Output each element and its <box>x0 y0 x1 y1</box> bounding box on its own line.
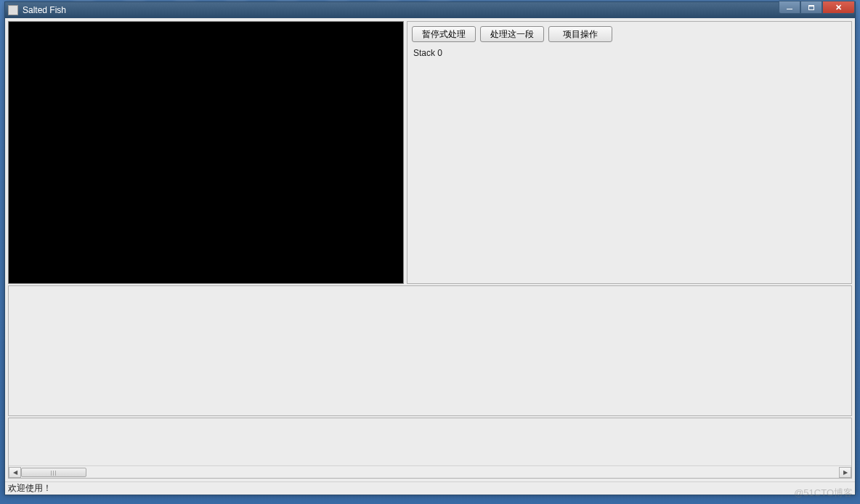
bottom-content <box>9 418 851 466</box>
toolbar: 暂停式处理 处理这一段 项目操作 <box>407 22 851 45</box>
titlebar[interactable]: Salted Fish ✕ <box>5 2 855 18</box>
status-text: 欢迎使用！ <box>8 482 52 495</box>
project-operations-button[interactable]: 项目操作 <box>548 26 612 42</box>
minimize-button[interactable] <box>779 1 800 14</box>
bottom-panel: ◀ ||| ▶ <box>8 418 852 479</box>
pause-process-button[interactable]: 暂停式处理 <box>412 26 476 42</box>
window-title: Salted Fish <box>23 5 852 15</box>
app-window: Salted Fish ✕ 暂停式处理 处理这一段 项目操作 Stack 0 <box>4 1 856 495</box>
scroll-left-button[interactable]: ◀ <box>9 467 21 478</box>
stack-label: Stack 0 <box>413 48 442 58</box>
minimize-icon <box>787 9 792 10</box>
horizontal-scrollbar: ◀ ||| ▶ <box>9 466 851 478</box>
video-preview-panel[interactable] <box>8 21 404 284</box>
control-panel: 暂停式处理 处理这一段 项目操作 Stack 0 <box>407 21 852 284</box>
scroll-thumb[interactable]: ||| <box>21 468 86 477</box>
statusbar: 欢迎使用！ <box>5 481 855 495</box>
close-button[interactable]: ✕ <box>822 1 855 14</box>
maximize-button[interactable] <box>800 1 822 14</box>
window-controls: ✕ <box>779 1 855 14</box>
app-icon <box>8 5 18 15</box>
top-section: 暂停式处理 处理这一段 项目操作 Stack 0 <box>8 21 852 284</box>
scroll-track[interactable]: ||| <box>21 467 839 478</box>
middle-panel <box>8 285 852 416</box>
close-icon: ✕ <box>835 3 842 12</box>
scroll-right-button[interactable]: ▶ <box>839 467 851 478</box>
client-area: 暂停式处理 处理这一段 项目操作 Stack 0 ◀ ||| ▶ <box>5 18 855 481</box>
stack-display: Stack 0 <box>407 45 851 283</box>
maximize-icon <box>808 5 814 10</box>
process-segment-button[interactable]: 处理这一段 <box>480 26 544 42</box>
